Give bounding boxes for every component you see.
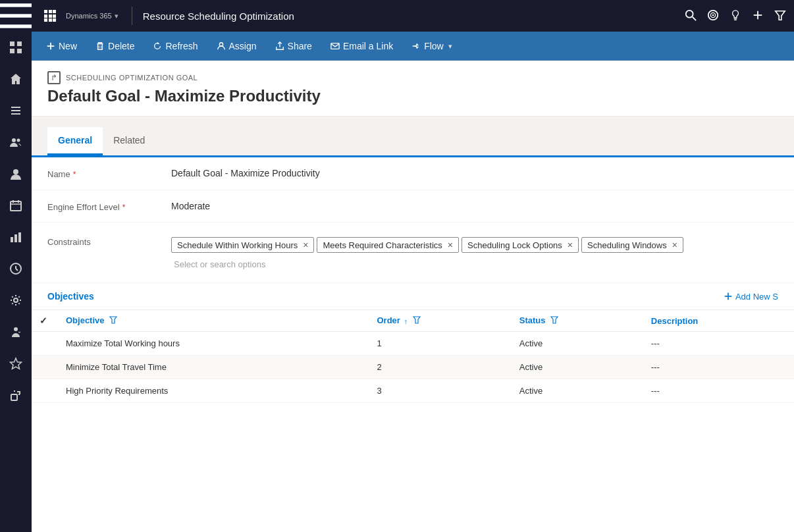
- row-description: ---: [643, 356, 794, 379]
- nav-icon-clock[interactable]: [0, 253, 32, 284]
- header-spacer: [32, 117, 794, 127]
- engine-effort-value[interactable]: Moderate: [166, 197, 778, 215]
- tab-related[interactable]: Related: [103, 127, 155, 155]
- svg-marker-45: [776, 11, 785, 20]
- add-new-button[interactable]: Add New S: [724, 292, 778, 302]
- email-link-button[interactable]: Email a Link: [321, 32, 402, 61]
- svg-rect-35: [53, 18, 56, 22]
- nav-icon-admin[interactable]: [0, 316, 32, 348]
- filter-icon[interactable]: [774, 9, 786, 23]
- delete-button[interactable]: Delete: [86, 32, 144, 61]
- svg-rect-5: [10, 49, 14, 53]
- flow-button[interactable]: Flow ▾: [402, 32, 462, 61]
- description-column-header[interactable]: Description: [643, 310, 794, 332]
- share-button-label: Share: [288, 41, 312, 51]
- top-right-actions: [685, 9, 786, 23]
- nav-icon-plugin[interactable]: [0, 379, 32, 411]
- nav-icon-calendar[interactable]: [0, 190, 32, 221]
- name-value[interactable]: Default Goal - Maximize Productivity: [166, 164, 778, 183]
- row-objective: High Priority Requirements: [58, 379, 369, 403]
- nav-icon-grid[interactable]: [0, 32, 32, 63]
- row-checkbox[interactable]: [32, 356, 58, 379]
- refresh-button[interactable]: Refresh: [144, 32, 207, 61]
- row-order: 2: [369, 356, 511, 379]
- row-description: ---: [643, 332, 794, 356]
- dynamics-label[interactable]: Dynamics 365 ▾: [66, 12, 119, 20]
- order-filter-icon[interactable]: [413, 316, 421, 326]
- svg-rect-8: [11, 110, 20, 111]
- row-checkbox[interactable]: [32, 332, 58, 356]
- flow-chevron-icon: ▾: [448, 42, 452, 51]
- nav-icon-star[interactable]: [0, 348, 32, 379]
- search-icon[interactable]: [685, 9, 697, 23]
- svg-rect-9: [11, 113, 20, 115]
- table-row[interactable]: Maximize Total Working hours 1 Active --…: [32, 332, 794, 356]
- app-launcher-button[interactable]: [40, 5, 61, 26]
- objective-column-header[interactable]: Objective: [58, 310, 369, 332]
- svg-point-36: [686, 10, 693, 17]
- row-checkbox[interactable]: [32, 379, 58, 403]
- flow-button-label: Flow: [424, 41, 444, 51]
- svg-rect-0: [0, 3, 32, 7]
- app-chevron: ▾: [115, 12, 119, 20]
- status-column-header[interactable]: Status: [512, 310, 643, 332]
- tag-label: Scheduling Windows: [587, 240, 667, 250]
- constraints-search-placeholder[interactable]: Select or search options: [171, 257, 773, 272]
- select-all-checkbox[interactable]: ✓: [40, 315, 47, 326]
- table-row[interactable]: Minimize Total Travel Time 2 Active ---: [32, 356, 794, 379]
- check-column-header: ✓: [32, 310, 58, 332]
- tag-remove-scheduling-windows[interactable]: ×: [672, 240, 677, 250]
- form-section: Name * Default Goal - Maximize Productiv…: [32, 155, 794, 532]
- nav-icon-gear[interactable]: [0, 284, 32, 316]
- nav-icon-person[interactable]: [0, 158, 32, 190]
- tag-label: Meets Required Characteristics: [323, 240, 442, 250]
- tab-general[interactable]: General: [47, 127, 103, 155]
- target-icon[interactable]: [707, 9, 719, 23]
- hamburger-menu[interactable]: [0, 0, 32, 32]
- plus-icon[interactable]: [752, 9, 764, 23]
- tag-label: Schedule Within Working Hours: [177, 240, 298, 250]
- svg-rect-33: [44, 18, 47, 22]
- top-bar-divider: [132, 7, 132, 25]
- row-objective: Minimize Total Travel Time: [58, 356, 369, 379]
- share-button[interactable]: Share: [266, 32, 321, 61]
- tag-remove-meets-required-characteristics[interactable]: ×: [448, 240, 453, 250]
- lightbulb-icon[interactable]: [729, 9, 741, 23]
- tag-remove-schedule-within-working-hours[interactable]: ×: [303, 240, 308, 250]
- nav-icon-people-group[interactable]: [0, 126, 32, 158]
- tag-remove-scheduling-lock-options[interactable]: ×: [568, 240, 573, 250]
- tabs-area: General Related: [32, 127, 794, 155]
- svg-rect-34: [49, 18, 52, 22]
- row-objective: Maximize Total Working hours: [58, 332, 369, 356]
- table-header-row: ✓ Objective Order ↑: [32, 310, 794, 332]
- svg-rect-1: [0, 14, 32, 17]
- name-required: *: [73, 170, 76, 179]
- engine-effort-required: *: [122, 203, 126, 212]
- row-order: 1: [369, 332, 511, 356]
- svg-rect-30: [44, 14, 47, 18]
- constraints-container: Schedule Within Working Hours × Meets Re…: [166, 229, 778, 276]
- order-column-header[interactable]: Order ↑: [369, 310, 511, 332]
- assign-button[interactable]: Assign: [207, 32, 266, 61]
- table-row[interactable]: High Priority Requirements 3 Active ---: [32, 379, 794, 403]
- svg-rect-32: [53, 14, 56, 18]
- assign-button-label: Assign: [229, 41, 257, 51]
- status-filter-icon[interactable]: [550, 316, 558, 326]
- svg-point-12: [13, 169, 18, 174]
- tag-scheduling-lock-options: Scheduling Lock Options ×: [462, 237, 579, 253]
- svg-rect-17: [11, 237, 13, 242]
- svg-point-40: [712, 14, 714, 16]
- nav-icon-home[interactable]: [0, 63, 32, 95]
- svg-rect-3: [10, 41, 14, 46]
- nav-icon-list[interactable]: [0, 95, 32, 126]
- new-button[interactable]: New: [37, 32, 86, 61]
- tag-schedule-within-working-hours: Schedule Within Working Hours ×: [171, 237, 314, 253]
- nav-icon-chart[interactable]: [0, 221, 32, 253]
- svg-rect-48: [98, 44, 103, 50]
- objective-filter-icon[interactable]: [109, 316, 117, 326]
- constraints-field-row: Constraints Schedule Within Working Hour…: [32, 223, 794, 283]
- svg-rect-2: [0, 24, 32, 28]
- tag-meets-required-characteristics: Meets Required Characteristics ×: [317, 237, 459, 253]
- add-new-label: Add New S: [735, 292, 778, 302]
- svg-point-54: [415, 45, 417, 47]
